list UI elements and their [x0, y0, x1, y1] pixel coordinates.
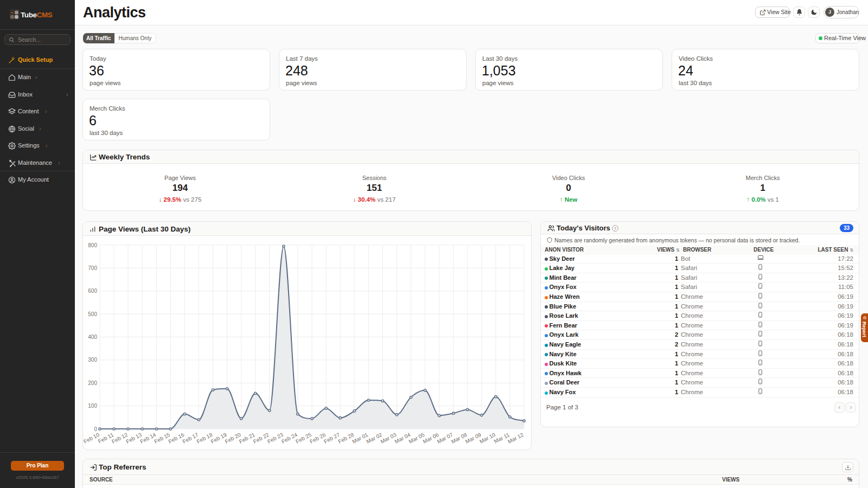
svg-text:Feb 28: Feb 28 — [337, 432, 355, 445]
svg-text:500: 500 — [88, 311, 97, 317]
svg-text:0: 0 — [94, 426, 97, 432]
svg-text:Mar 10: Mar 10 — [478, 432, 496, 445]
svg-text:700: 700 — [88, 265, 97, 271]
svg-text:100: 100 — [88, 403, 97, 409]
svg-text:800: 800 — [88, 242, 97, 248]
svg-text:200: 200 — [88, 380, 97, 386]
svg-text:Feb 10: Feb 10 — [83, 432, 100, 445]
svg-text:300: 300 — [88, 357, 97, 363]
svg-text:400: 400 — [88, 334, 97, 340]
svg-text:Mar 12: Mar 12 — [507, 432, 525, 445]
svg-text:600: 600 — [88, 288, 97, 294]
